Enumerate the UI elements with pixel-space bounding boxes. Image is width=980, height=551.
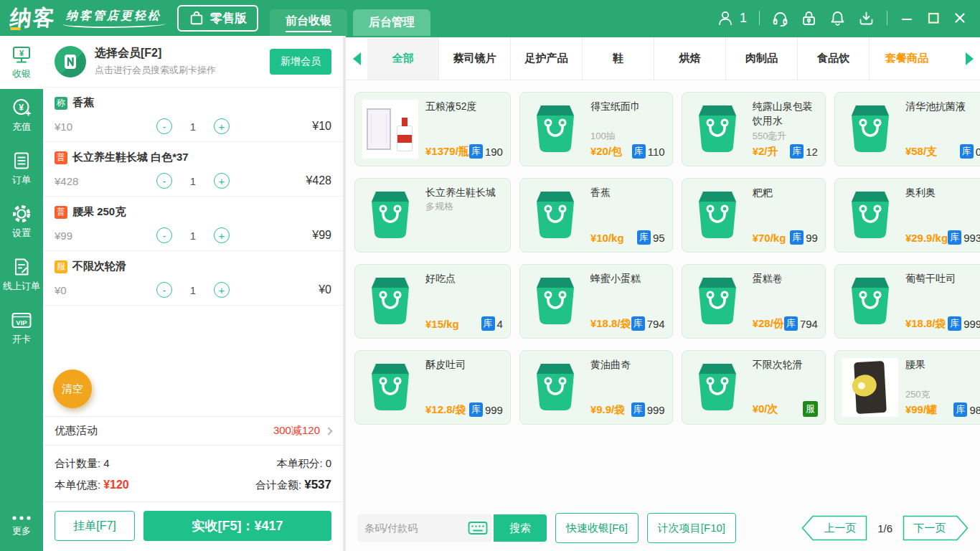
qty-minus-button[interactable]: - bbox=[156, 118, 172, 134]
add-member-button[interactable]: 新增会员 bbox=[270, 49, 331, 75]
product-bag-icon bbox=[842, 186, 898, 245]
product-card[interactable]: 清华池抗菌液 ¥58/支库0 bbox=[834, 92, 980, 166]
category-prev-arrow[interactable] bbox=[346, 37, 367, 80]
sidebar-item-cashier[interactable]: ¥ 收银 bbox=[0, 36, 43, 89]
sidebar-item-settings[interactable]: 设置 bbox=[0, 195, 43, 248]
headset-icon[interactable] bbox=[772, 10, 788, 27]
promo-row[interactable]: 优惠活动 300减120 bbox=[43, 416, 343, 445]
product-card[interactable]: 粑粑 ¥70/kg库99 bbox=[682, 178, 826, 253]
qty-minus-button[interactable]: - bbox=[156, 282, 172, 298]
promo-label: 优惠活动 bbox=[55, 424, 98, 438]
product-name: 酥皮吐司 bbox=[425, 358, 503, 372]
product-stock: 库12 bbox=[790, 144, 818, 159]
sidebar-item-orders[interactable]: 订单 bbox=[0, 142, 43, 195]
product-panel: 全部 蔡司镜片 足护产品 鞋 烘焙 肉制品 食品饮 套餐商品 五粮液52度 ¥1… bbox=[346, 36, 980, 551]
sidebar-item-label: 更多 bbox=[12, 524, 31, 537]
product-card[interactable]: 葡萄干吐司 ¥18.8/袋库999 bbox=[834, 264, 980, 339]
cash-register-icon: ¥ bbox=[11, 44, 32, 65]
svg-text:VIP: VIP bbox=[16, 319, 27, 326]
product-card[interactable]: 酥皮吐司 ¥12.8/袋库999 bbox=[354, 350, 511, 425]
product-card[interactable]: 不限次轮滑 ¥0/次服 bbox=[682, 350, 826, 425]
tab-back-management[interactable]: 后台管理 bbox=[353, 9, 430, 36]
sidebar-item-more[interactable]: 更多 bbox=[0, 501, 43, 551]
product-price: ¥15/kg bbox=[425, 318, 459, 330]
category-tab[interactable]: 烘焙 bbox=[654, 37, 726, 80]
minimize-button[interactable] bbox=[900, 11, 914, 25]
download-icon[interactable] bbox=[858, 10, 875, 27]
online-order-icon bbox=[11, 257, 32, 277]
product-name: 得宝纸面巾 bbox=[590, 100, 665, 114]
bell-icon[interactable] bbox=[829, 10, 846, 27]
stock-badge: 库 bbox=[631, 402, 645, 417]
product-card[interactable]: 腰果250克 ¥99/罐库98 bbox=[834, 350, 980, 425]
product-card[interactable]: 好吃点 ¥15/kg库4 bbox=[354, 264, 511, 339]
amount-value: ¥537 bbox=[304, 478, 331, 491]
product-stock: 库993 bbox=[948, 230, 980, 245]
product-card[interactable]: 香蕉 ¥10/kg库95 bbox=[519, 178, 673, 253]
pay-button[interactable]: 实收[F5]：¥417 bbox=[143, 511, 331, 541]
vip-card-icon: VIP bbox=[11, 310, 32, 330]
category-next-arrow[interactable] bbox=[958, 37, 980, 80]
product-card[interactable]: 得宝纸面巾100抽 ¥20/包库110 bbox=[519, 92, 673, 166]
category-tab[interactable]: 蔡司镜片 bbox=[439, 37, 511, 80]
cart-item[interactable]: 普长立养生鞋长城 白色*37 ¥428-1+¥428 bbox=[43, 142, 343, 197]
product-bag-icon bbox=[689, 358, 745, 417]
cart-item[interactable]: 称香蕉 ¥10-1+¥10 bbox=[43, 88, 343, 142]
product-card[interactable]: 蛋糕卷 ¥28/份库794 bbox=[682, 264, 826, 339]
hold-order-button[interactable]: 挂单[F7] bbox=[55, 511, 135, 541]
category-tab[interactable]: 足护产品 bbox=[511, 37, 583, 80]
search-button[interactable]: 搜索 bbox=[494, 514, 547, 542]
item-total: ¥0 bbox=[230, 283, 331, 296]
product-name: 粑粑 bbox=[753, 186, 818, 200]
category-tab-combo[interactable]: 套餐商品 bbox=[870, 37, 944, 80]
product-card[interactable]: 蜂蜜小蛋糕 ¥18.8/袋库794 bbox=[519, 264, 673, 339]
product-name: 长立养生鞋长城 bbox=[425, 186, 503, 200]
stock-badge: 库 bbox=[481, 316, 495, 331]
next-page-button[interactable]: 下一页 bbox=[903, 515, 969, 541]
qty-plus-button[interactable]: + bbox=[214, 118, 230, 134]
product-stock: 库95 bbox=[637, 230, 665, 245]
stock-badge: 库 bbox=[469, 144, 483, 159]
member-select-bar[interactable]: 选择会员[F2] 点击进行会员搜索或刷卡操作 新增会员 bbox=[43, 36, 343, 88]
quick-cashier-button[interactable]: 快速收银[F6] bbox=[555, 513, 639, 543]
category-tab-all[interactable]: 全部 bbox=[367, 37, 439, 80]
product-stock: 库999 bbox=[469, 402, 503, 417]
user-icon[interactable] bbox=[717, 10, 733, 26]
qty-plus-button[interactable]: + bbox=[214, 227, 230, 243]
qty-minus-button[interactable]: - bbox=[156, 227, 172, 243]
cart-item[interactable]: 服不限次轮滑 ¥0-1+¥0 bbox=[43, 251, 343, 306]
qty-plus-button[interactable]: + bbox=[214, 173, 230, 189]
close-button[interactable] bbox=[953, 11, 967, 25]
category-tab[interactable]: 肉制品 bbox=[726, 37, 798, 80]
qty-minus-button[interactable]: - bbox=[156, 173, 172, 189]
product-name: 好吃点 bbox=[425, 272, 503, 286]
product-name: 清华池抗菌液 bbox=[905, 100, 980, 114]
clear-cart-button[interactable]: 清空 bbox=[53, 369, 92, 408]
product-card[interactable]: 奥利奥 ¥29.9/kg库993 bbox=[834, 178, 980, 253]
discount-value: ¥120 bbox=[103, 479, 129, 491]
arrow-right-icon bbox=[966, 52, 974, 65]
product-card[interactable]: 黄油曲奇 ¥9.9/袋库999 bbox=[519, 350, 673, 425]
qty-plus-button[interactable]: + bbox=[214, 282, 230, 298]
prev-page-button[interactable]: 上一页 bbox=[801, 515, 867, 541]
stock-badge: 库 bbox=[790, 230, 804, 245]
maximize-button[interactable] bbox=[926, 11, 941, 25]
product-card[interactable]: 五粮液52度 ¥1379/瓶库190 bbox=[354, 92, 511, 166]
sidebar-item-recharge[interactable]: ¥ 充值 bbox=[0, 89, 43, 142]
tab-front-cashier[interactable]: 前台收银 bbox=[270, 9, 347, 36]
product-price: ¥18.8/袋 bbox=[590, 317, 631, 331]
arrow-left-icon bbox=[353, 52, 361, 65]
category-tab[interactable]: 鞋 bbox=[583, 37, 654, 80]
count-item-button[interactable]: 计次项目[F10] bbox=[647, 513, 736, 543]
product-card[interactable]: 长立养生鞋长城多规格 bbox=[354, 178, 511, 253]
keyboard-icon[interactable] bbox=[468, 520, 488, 536]
sidebar-item-vip-card[interactable]: VIP 开卡 bbox=[0, 301, 43, 354]
lock-icon[interactable] bbox=[801, 10, 817, 27]
category-tab[interactable]: 食品饮 bbox=[798, 37, 870, 80]
total-qty-value: 4 bbox=[103, 457, 109, 469]
item-total: ¥10 bbox=[230, 120, 331, 133]
product-card[interactable]: 纯露山泉包装饮用水550毫升 ¥2/升库12 bbox=[682, 92, 826, 166]
sidebar-item-online-orders[interactable]: 线上订单 bbox=[0, 248, 43, 301]
cart-item[interactable]: 普腰果 250克 ¥99-1+¥99 bbox=[43, 197, 343, 251]
product-stock: 库794 bbox=[631, 316, 665, 331]
